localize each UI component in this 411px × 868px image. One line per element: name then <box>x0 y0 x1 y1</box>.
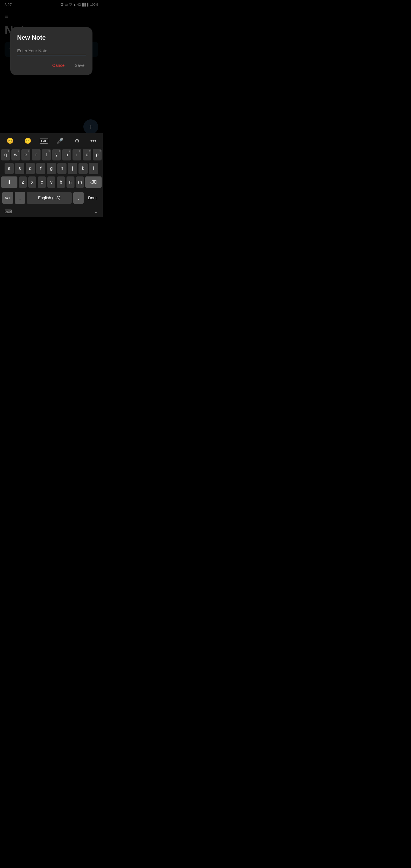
keyboard-hide-icon[interactable]: ⌄ <box>94 209 98 215</box>
key-q[interactable]: 1q <box>1 149 10 160</box>
done-key[interactable]: Done <box>85 192 100 204</box>
new-note-dialog: New Note Cancel Save <box>10 27 92 75</box>
key-x[interactable]: x <box>28 177 36 188</box>
gif-icon[interactable]: GIF <box>40 138 48 144</box>
key-w[interactable]: 2w <box>11 149 20 160</box>
microphone-icon[interactable]: 🎤 <box>54 136 66 145</box>
key-p[interactable]: 0p <box>93 149 102 160</box>
keyboard-settings-icon[interactable]: ⚙ <box>72 136 82 145</box>
emoji-icon[interactable]: 😊 <box>4 136 16 145</box>
key-c[interactable]: c <box>38 177 46 188</box>
period-key[interactable]: . <box>73 192 84 204</box>
key-row-1: 1q 2w 3e 4r 5t 6y 7u 8i 9o 0p <box>1 149 102 160</box>
keyboard-bottom-row: !#1 , English (US) . Done <box>0 191 103 206</box>
note-input[interactable] <box>17 47 86 55</box>
key-row-3: ⬆ z x c v b n m ⌫ <box>1 177 102 188</box>
key-z[interactable]: z <box>19 177 27 188</box>
symbols-key[interactable]: !#1 <box>2 192 13 204</box>
keyboard-indicator-row: ⌨ ⌄ <box>0 206 103 217</box>
key-f[interactable]: f <box>36 163 45 174</box>
key-v[interactable]: v <box>48 177 55 188</box>
key-m[interactable]: m <box>76 177 84 188</box>
key-j[interactable]: j <box>68 163 77 174</box>
sticker-icon[interactable]: 🙂 <box>22 136 34 145</box>
key-u[interactable]: 7u <box>62 149 71 160</box>
keyboard-switch-icon[interactable]: ⌨ <box>5 209 12 215</box>
key-k[interactable]: k <box>78 163 88 174</box>
key-t[interactable]: 5t <box>42 149 51 160</box>
dialog-title: New Note <box>17 34 86 41</box>
key-g[interactable]: g <box>47 163 56 174</box>
key-n[interactable]: n <box>66 177 74 188</box>
comma-key[interactable]: , <box>15 192 25 204</box>
cancel-button[interactable]: Cancel <box>51 61 67 69</box>
key-d[interactable]: d <box>26 163 35 174</box>
key-o[interactable]: 9o <box>83 149 92 160</box>
keyboard-rows: 1q 2w 3e 4r 5t 6y 7u 8i 9o 0p a s d f g … <box>0 147 103 191</box>
note-input-container[interactable] <box>17 47 86 55</box>
keyboard: 😊 🙂 GIF 🎤 ⚙ ••• 1q 2w 3e 4r 5t 6y 7u 8i … <box>0 133 103 217</box>
key-i[interactable]: 8i <box>72 149 81 160</box>
space-key[interactable]: English (US) <box>27 192 71 204</box>
dialog-buttons: Cancel Save <box>17 61 86 69</box>
key-a[interactable]: a <box>5 163 14 174</box>
more-options-icon[interactable]: ••• <box>88 136 98 145</box>
save-button[interactable]: Save <box>74 61 86 69</box>
key-l[interactable]: l <box>89 163 98 174</box>
key-row-2: a s d f g h j k l <box>1 163 102 174</box>
key-h[interactable]: h <box>57 163 66 174</box>
key-y[interactable]: 6y <box>52 149 61 160</box>
key-b[interactable]: b <box>57 177 65 188</box>
keyboard-toolbar: 😊 🙂 GIF 🎤 ⚙ ••• <box>0 133 103 147</box>
key-r[interactable]: 4r <box>32 149 40 160</box>
backspace-key[interactable]: ⌫ <box>85 177 102 188</box>
shift-key[interactable]: ⬆ <box>1 177 18 188</box>
key-e[interactable]: 3e <box>22 149 30 160</box>
key-s[interactable]: s <box>15 163 24 174</box>
